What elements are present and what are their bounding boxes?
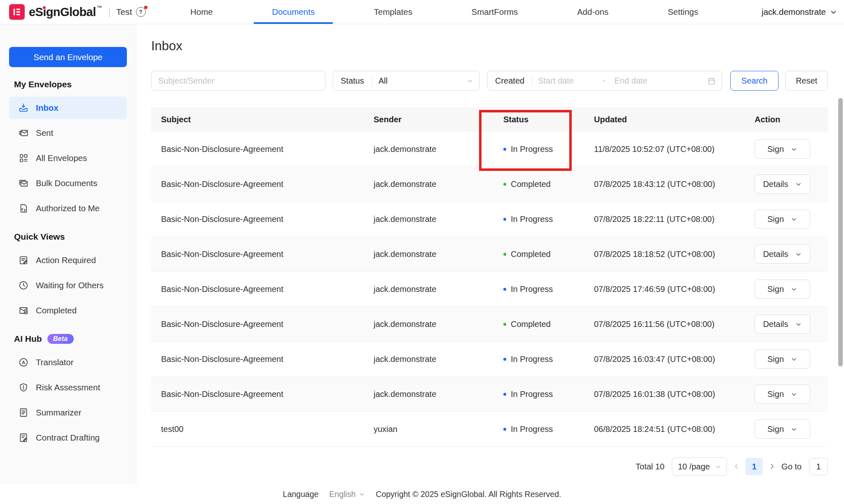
status-dot xyxy=(503,358,506,361)
updated-cell: 07/8/2025 16:01:38 (UTC+08:00) xyxy=(594,390,755,399)
language-label: Language xyxy=(283,490,319,499)
sidebar-item-completed[interactable]: Completed xyxy=(9,299,127,322)
table-row[interactable]: Basic-Non-Disclosure-Agreement jack.demo… xyxy=(151,342,828,377)
sidebar-item-waiting-for-others[interactable]: Waiting for Others xyxy=(9,274,127,296)
nav-item-settings[interactable]: Settings xyxy=(668,0,698,24)
sidebar-item-label: Action Required xyxy=(36,255,96,265)
table-row[interactable]: Basic-Non-Disclosure-Agreement jack.demo… xyxy=(151,167,828,202)
completed-icon xyxy=(18,305,29,316)
pagination: Total 10 10 /page ‹ 1 › Go to xyxy=(151,457,828,476)
chevron-down-icon xyxy=(795,321,802,328)
brand-wordmark: eSignGlobal xyxy=(29,5,96,19)
search-button[interactable]: Search xyxy=(730,71,779,91)
row-action-button[interactable]: Sign xyxy=(755,420,810,439)
table-row[interactable]: Basic-Non-Disclosure-Agreement jack.demo… xyxy=(151,132,828,167)
sidebar-item-summarizer[interactable]: Summarizer xyxy=(9,401,127,424)
pagination-total: Total 10 xyxy=(636,462,664,471)
language-select[interactable]: English xyxy=(329,490,365,499)
chevron-down-icon xyxy=(795,251,802,258)
help-icon[interactable]: ? xyxy=(136,7,146,17)
table-header-row: Subject Sender Status Updated Action xyxy=(151,107,828,132)
goto-page-input[interactable] xyxy=(809,458,828,475)
section-title-ai-hub: AI Hub Beta xyxy=(14,334,127,344)
sender-cell: jack.demonstrate xyxy=(374,285,503,294)
row-action-button[interactable]: Details xyxy=(755,175,810,194)
row-action-button[interactable]: Sign xyxy=(755,280,810,299)
row-action-button[interactable]: Details xyxy=(755,245,810,264)
updated-cell: 07/8/2025 16:11:56 (UTC+08:00) xyxy=(594,320,755,329)
scrollbar-thumb[interactable] xyxy=(838,98,843,366)
column-header-status: Status xyxy=(503,115,594,124)
status-filter[interactable]: Status All xyxy=(333,71,480,91)
status-dot xyxy=(503,323,506,326)
sidebar-item-contract-drafting[interactable]: Contract Drafting xyxy=(9,427,127,449)
sidebar-item-bulk-documents[interactable]: Bulk Documents xyxy=(9,172,127,194)
page-number-current[interactable]: 1 xyxy=(746,458,763,475)
sidebar-item-action-required[interactable]: Action Required xyxy=(9,249,127,271)
logo-mark-icon xyxy=(9,4,25,20)
nav-item-smartforms[interactable]: SmartForms xyxy=(472,0,518,24)
sidebar-item-risk-assessment[interactable]: Risk Assessment xyxy=(9,376,127,399)
row-action-button[interactable]: Details xyxy=(755,315,810,334)
sidebar-item-translator[interactable]: A Translator xyxy=(9,351,127,373)
subject-cell: Basic-Non-Disclosure-Agreement xyxy=(151,215,374,224)
envelope-table: Subject Sender Status Updated Action Bas… xyxy=(151,107,828,447)
updated-cell: 11/8/2025 10:52:07 (UTC+08:00) xyxy=(594,145,755,154)
table-row[interactable]: Basic-Non-Disclosure-Agreement jack.demo… xyxy=(151,272,828,307)
sidebar-item-all-envelopes[interactable]: All Envelopes xyxy=(9,147,127,169)
subject-cell: Basic-Non-Disclosure-Agreement xyxy=(151,355,374,364)
goto-label: Go to xyxy=(781,462,802,471)
sidebar-item-sent[interactable]: Sent xyxy=(9,122,127,144)
reset-button[interactable]: Reset xyxy=(785,71,828,91)
contract-drafting-icon xyxy=(18,432,29,443)
table-row[interactable]: test00 yuxian In Progress 06/8/2025 18:2… xyxy=(151,412,828,447)
page-size-select[interactable]: 10 /page xyxy=(672,457,727,476)
date-filter-label: Created xyxy=(488,76,532,86)
chevron-left-icon[interactable]: ‹ xyxy=(734,460,738,473)
column-header-updated: Updated xyxy=(594,115,755,124)
row-action-button[interactable]: Sign xyxy=(755,385,810,404)
end-date-input[interactable] xyxy=(608,76,676,86)
row-action-button[interactable]: Sign xyxy=(755,140,810,159)
updated-cell: 07/8/2025 18:22:11 (UTC+08:00) xyxy=(594,215,755,224)
table-row[interactable]: Basic-Non-Disclosure-Agreement jack.demo… xyxy=(151,237,828,272)
subject-cell: test00 xyxy=(151,425,374,434)
table-row[interactable]: Basic-Non-Disclosure-Agreement jack.demo… xyxy=(151,307,828,342)
primary-nav: Home Documents Templates SmartForms Add-… xyxy=(190,0,698,24)
sidebar-item-authorized-to-me[interactable]: Authorized to Me xyxy=(9,197,127,219)
updated-cell: 06/8/2025 18:24:51 (UTC+08:00) xyxy=(594,425,755,434)
table-row[interactable]: Basic-Non-Disclosure-Agreement jack.demo… xyxy=(151,377,828,412)
status-dot xyxy=(503,218,506,221)
brand: eSignGlobal ™ | Test ? xyxy=(9,0,146,24)
user-menu[interactable]: jack.demonstrate xyxy=(762,0,837,24)
row-action-button[interactable]: Sign xyxy=(755,350,810,369)
nav-item-home[interactable]: Home xyxy=(190,0,213,24)
search-input[interactable] xyxy=(151,71,325,91)
chevron-down-icon xyxy=(790,426,797,433)
chevron-down-icon xyxy=(790,391,797,398)
subject-cell: Basic-Non-Disclosure-Agreement xyxy=(151,145,374,154)
status-filter-value: All xyxy=(372,76,467,86)
subject-cell: Basic-Non-Disclosure-Agreement xyxy=(151,390,374,399)
sidebar-item-label: Summarizer xyxy=(36,408,82,418)
status-dot xyxy=(503,148,506,151)
start-date-input[interactable] xyxy=(532,76,600,86)
table-body: Basic-Non-Disclosure-Agreement jack.demo… xyxy=(151,132,828,447)
status-cell: In Progress xyxy=(503,355,594,364)
nav-item-documents[interactable]: Documents xyxy=(272,0,315,24)
chevron-down-icon xyxy=(795,181,802,188)
chevron-right-icon[interactable]: › xyxy=(770,460,774,473)
nav-item-templates[interactable]: Templates xyxy=(374,0,412,24)
svg-text:A: A xyxy=(22,360,25,365)
sender-cell: jack.demonstrate xyxy=(374,180,503,189)
table-row[interactable]: Basic-Non-Disclosure-Agreement jack.demo… xyxy=(151,202,828,237)
row-action-button[interactable]: Sign xyxy=(755,210,810,229)
sidebar-item-inbox[interactable]: Inbox xyxy=(9,97,127,119)
sender-cell: jack.demonstrate xyxy=(374,215,503,224)
created-date-filter[interactable]: Created - xyxy=(487,71,722,91)
status-dot xyxy=(503,393,506,396)
chevron-down-icon xyxy=(790,146,797,153)
sidebar-item-label: Sent xyxy=(36,128,53,138)
nav-item-addons[interactable]: Add-ons xyxy=(577,0,608,24)
send-envelope-button[interactable]: Send an Envelope xyxy=(9,47,127,67)
